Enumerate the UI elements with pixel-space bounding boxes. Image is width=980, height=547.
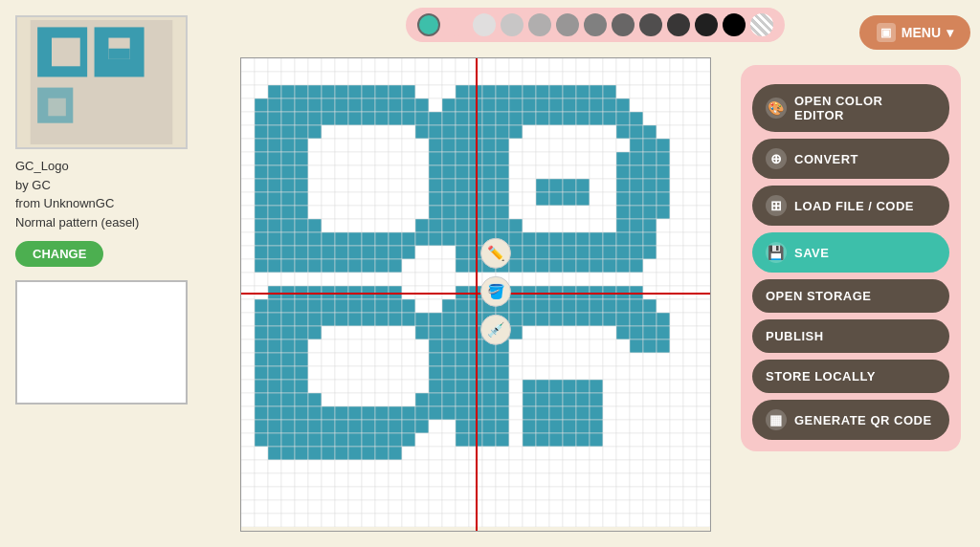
color-swatch-gray5[interactable]: [584, 13, 607, 36]
fill-tool[interactable]: 🪣: [480, 276, 511, 307]
pattern-name: GC_Logo: [15, 157, 139, 176]
convert-label: CONVERT: [794, 152, 858, 166]
menu-label: MENU: [902, 25, 941, 40]
publish-label: PUBLISH: [766, 329, 824, 343]
change-button[interactable]: CHANGE: [15, 241, 103, 267]
eyedropper-tool[interactable]: 💉: [480, 315, 511, 345]
convert-icon: ⊕: [766, 148, 787, 169]
qr-icon: ▦: [766, 409, 787, 430]
convert-button[interactable]: ⊕ CONVERT: [752, 139, 949, 179]
save-label: SAVE: [794, 246, 829, 260]
color-swatch-gray2[interactable]: [501, 13, 523, 36]
generate-qr-label: GENERATE QR CODE: [794, 413, 932, 427]
open-color-editor-label: OPEN COLOR EDITOR: [794, 94, 936, 122]
color-swatch-black[interactable]: [723, 13, 746, 36]
menu-chevron-icon: ▾: [947, 25, 953, 40]
load-file-label: LOAD FILE / CODE: [794, 199, 914, 213]
tool-panel: ✏️ 🪣 💉: [480, 238, 511, 345]
color-swatch-gray6[interactable]: [612, 13, 635, 36]
action-buttons: 🎨 OPEN COLOR EDITOR ⊕ CONVERT ⊞ LOAD FIL…: [752, 84, 949, 440]
left-panel: GC_Logo by GC from UnknownGC Normal patt…: [0, 0, 211, 547]
pattern-preview: [15, 15, 188, 149]
svg-rect-2: [52, 38, 80, 67]
pattern-type: Normal pattern (easel): [15, 213, 139, 232]
pattern-info: GC_Logo by GC from UnknownGC Normal patt…: [15, 157, 139, 231]
open-storage-button[interactable]: OPEN STORAGE: [752, 279, 949, 313]
load-file-icon: ⊞: [766, 195, 787, 216]
color-swatch-teal[interactable]: [417, 13, 440, 36]
generate-qr-button[interactable]: ▦ GENERATE QR CODE: [752, 400, 949, 440]
open-storage-label: OPEN STORAGE: [766, 289, 872, 303]
publish-button[interactable]: PUBLISH: [752, 319, 949, 353]
svg-rect-5: [108, 49, 129, 59]
color-swatch-gray3[interactable]: [528, 13, 551, 36]
color-swatch-gray7[interactable]: [639, 13, 662, 36]
color-swatch-pink[interactable]: [445, 13, 468, 36]
pattern-by: by GC: [15, 176, 139, 195]
color-swatch-striped[interactable]: [750, 13, 773, 36]
color-editor-icon: 🎨: [766, 98, 787, 119]
secondary-preview-box: [15, 280, 188, 405]
right-panel: 🎨 OPEN COLOR EDITOR ⊕ CONVERT ⊞ LOAD FIL…: [741, 65, 961, 451]
open-color-editor-button[interactable]: 🎨 OPEN COLOR EDITOR: [752, 84, 949, 132]
load-file-button[interactable]: ⊞ LOAD FILE / CODE: [752, 186, 949, 226]
color-swatch-gray9[interactable]: [695, 13, 718, 36]
save-icon: 💾: [766, 242, 787, 263]
color-palette: [406, 8, 785, 42]
color-swatch-gray1[interactable]: [473, 13, 496, 36]
menu-button[interactable]: ▣ MENU ▾: [859, 15, 970, 50]
pencil-tool[interactable]: ✏️: [480, 238, 511, 269]
color-swatch-gray8[interactable]: [667, 13, 690, 36]
store-locally-button[interactable]: STORE LOCALLY: [752, 360, 949, 393]
menu-icon: ▣: [877, 23, 896, 42]
store-locally-label: STORE LOCALLY: [766, 369, 876, 383]
svg-rect-7: [48, 98, 66, 117]
save-button[interactable]: 💾 SAVE: [752, 232, 949, 273]
pattern-from: from UnknownGC: [15, 194, 139, 213]
grid-canvas[interactable]: [240, 57, 711, 532]
color-swatch-gray4[interactable]: [556, 13, 579, 36]
